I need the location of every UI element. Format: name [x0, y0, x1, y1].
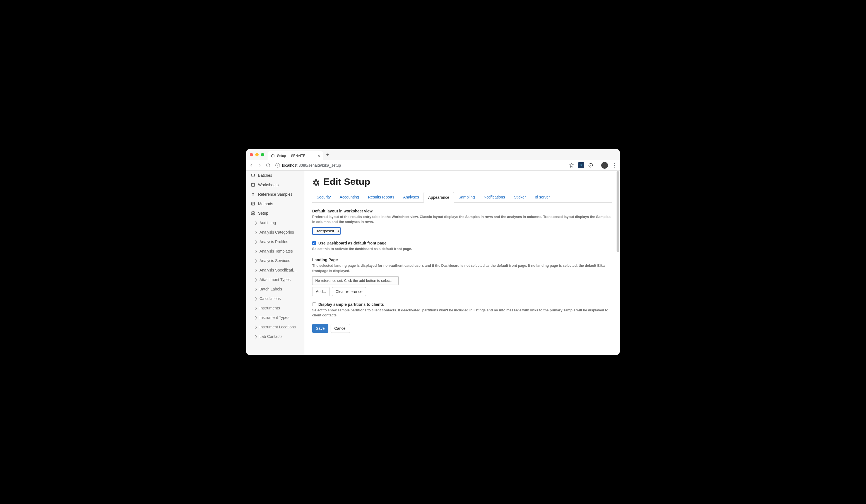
- sidebar-sub-instrument-locations[interactable]: ❯Instrument Locations: [246, 322, 304, 332]
- url-input[interactable]: i localhost:8080/senaite/bika_setup: [274, 163, 565, 168]
- cancel-button[interactable]: Cancel: [331, 324, 350, 333]
- chevron-right-icon: ❯: [255, 287, 257, 291]
- field-help: The selected landing page is displayed f…: [312, 263, 612, 273]
- select-value: Transposed: [312, 227, 341, 235]
- reference-input[interactable]: No reference set. Click the add button t…: [312, 276, 399, 285]
- site-info-icon[interactable]: i: [275, 163, 280, 168]
- sidebar-sub-analysis-profiles[interactable]: ❯Analysis Profiles: [246, 237, 304, 247]
- svg-point-10: [253, 213, 254, 214]
- sidebar-sub-analysis-specifications[interactable]: ❯Analysis Specificati…: [246, 265, 304, 275]
- sidebar-sub-batch-labels[interactable]: ❯Batch Labels: [246, 284, 304, 294]
- forward-button[interactable]: [257, 163, 262, 168]
- tab-sampling[interactable]: Sampling: [454, 192, 479, 202]
- svg-point-11: [318, 184, 319, 185]
- scrollbar[interactable]: [617, 171, 619, 252]
- tab-appearance[interactable]: Appearance: [423, 192, 454, 203]
- sidebar-item-reference-samples[interactable]: Reference Samples: [246, 190, 304, 199]
- tab-results-reports[interactable]: Results reports: [364, 192, 399, 202]
- field-label: Landing Page: [312, 257, 612, 262]
- tab-bar: Setup — SENAITE × +: [246, 149, 620, 160]
- favicon-icon: [271, 154, 275, 158]
- sidebar-sub-analysis-services[interactable]: ❯Analysis Services: [246, 256, 304, 265]
- sidebar-sub-instruments[interactable]: ❯Instruments: [246, 303, 304, 313]
- field-label: Default layout in worksheet view: [312, 209, 612, 213]
- sidebar-sub-analysis-templates[interactable]: ❯Analysis Templates: [246, 247, 304, 256]
- select-default-layout[interactable]: Transposed ▴▾: [312, 227, 341, 235]
- content-area: Batches Worksheets Reference Samples Met…: [246, 171, 620, 355]
- sidebar-item-methods[interactable]: Methods: [246, 199, 304, 208]
- toolbar-divider: [597, 162, 597, 168]
- browser-window: Setup — SENAITE × + i localhost:8080/sen…: [246, 149, 620, 355]
- reload-button[interactable]: [266, 163, 270, 168]
- sidebar-sub-instrument-types[interactable]: ❯Instrument Types: [246, 313, 304, 322]
- sidebar: Batches Worksheets Reference Samples Met…: [246, 171, 304, 355]
- chevron-right-icon: ❯: [255, 250, 257, 253]
- sidebar-label: Setup: [258, 211, 268, 216]
- traffic-lights: [250, 153, 264, 157]
- window-close-button[interactable]: [250, 153, 253, 157]
- nav-arrows: [249, 163, 270, 168]
- checkbox-row: Display sample partitions to clients: [312, 302, 612, 307]
- tab-close-icon[interactable]: ×: [318, 153, 320, 158]
- setup-icon: [251, 211, 255, 216]
- svg-marker-0: [271, 154, 274, 158]
- extension-react-icon[interactable]: ⚛: [578, 162, 584, 168]
- tab-title: Setup — SENAITE: [277, 154, 305, 158]
- sidebar-item-batches[interactable]: Batches: [246, 171, 304, 180]
- field-help: Preferred layout of the results entry ta…: [312, 214, 612, 225]
- tab-analyses[interactable]: Analyses: [399, 192, 423, 202]
- sidebar-label: Reference Samples: [258, 192, 292, 196]
- sidebar-item-setup[interactable]: Setup: [246, 208, 304, 218]
- main-content: Edit Setup Security Accounting Results r…: [304, 171, 620, 355]
- batches-icon: [251, 173, 255, 177]
- chevron-right-icon: ❯: [255, 240, 257, 244]
- back-button[interactable]: [249, 163, 254, 168]
- url-text: localhost:8080/senaite/bika_setup: [282, 163, 341, 168]
- sidebar-sub-analysis-categories[interactable]: ❯Analysis Categories: [246, 228, 304, 237]
- field-help: Select this to activate the dashboard as…: [312, 247, 612, 251]
- chevron-right-icon: ❯: [255, 297, 257, 300]
- browser-tab[interactable]: Setup — SENAITE ×: [268, 151, 323, 160]
- chevron-right-icon: ❯: [255, 316, 257, 319]
- gear-icon: [312, 178, 320, 186]
- new-tab-button[interactable]: +: [326, 152, 329, 158]
- field-default-layout: Default layout in worksheet view Preferr…: [312, 209, 612, 235]
- chevron-right-icon: ❯: [255, 268, 257, 272]
- sidebar-item-worksheets[interactable]: Worksheets: [246, 180, 304, 190]
- form-actions: Save Cancel: [312, 324, 612, 333]
- window-maximize-button[interactable]: [261, 153, 264, 157]
- clear-reference-button[interactable]: Clear reference: [332, 287, 366, 296]
- chevron-right-icon: ❯: [255, 306, 257, 310]
- toolbar-right: ⚛ ⋮: [569, 162, 617, 169]
- bookmark-star-icon[interactable]: [569, 163, 574, 168]
- profile-avatar[interactable]: [601, 162, 608, 169]
- extension-circle-icon[interactable]: [588, 163, 593, 168]
- tab-id-server[interactable]: Id server: [530, 192, 554, 202]
- sidebar-sub-calculations[interactable]: ❯Calculations: [246, 294, 304, 303]
- tab-notifications[interactable]: Notifications: [479, 192, 509, 202]
- sidebar-sub-lab-contacts[interactable]: ❯Lab Contacts: [246, 332, 304, 341]
- chevron-right-icon: ❯: [255, 221, 257, 225]
- tabs: Security Accounting Results reports Anal…: [312, 192, 612, 203]
- checkbox-partitions[interactable]: [312, 302, 316, 306]
- checkbox-dashboard[interactable]: [312, 241, 316, 245]
- page-title: Edit Setup: [312, 176, 612, 187]
- chrome-top: Setup — SENAITE × + i localhost:8080/sen…: [246, 149, 620, 171]
- chevron-right-icon: ❯: [255, 230, 257, 234]
- field-dashboard: Use Dashboard as default front page Sele…: [312, 241, 612, 251]
- tab-security[interactable]: Security: [312, 192, 335, 202]
- sidebar-sub-audit-log[interactable]: ❯Audit Log: [246, 218, 304, 228]
- sidebar-sub-attachment-types[interactable]: ❯Attachment Types: [246, 275, 304, 284]
- add-reference-button[interactable]: Add...: [312, 287, 330, 296]
- reference-buttons: Add... Clear reference: [312, 287, 612, 296]
- window-minimize-button[interactable]: [255, 153, 259, 157]
- tab-sticker[interactable]: Sticker: [509, 192, 530, 202]
- tab-accounting[interactable]: Accounting: [335, 192, 364, 202]
- page-title-text: Edit Setup: [323, 176, 370, 187]
- save-button[interactable]: Save: [312, 324, 329, 333]
- checkbox-label: Use Dashboard as default front page: [318, 241, 386, 245]
- browser-menu-icon[interactable]: ⋮: [612, 162, 617, 168]
- svg-marker-1: [570, 163, 574, 168]
- reference-samples-icon: [251, 192, 255, 196]
- select-caret-icon: ▴▾: [337, 230, 339, 232]
